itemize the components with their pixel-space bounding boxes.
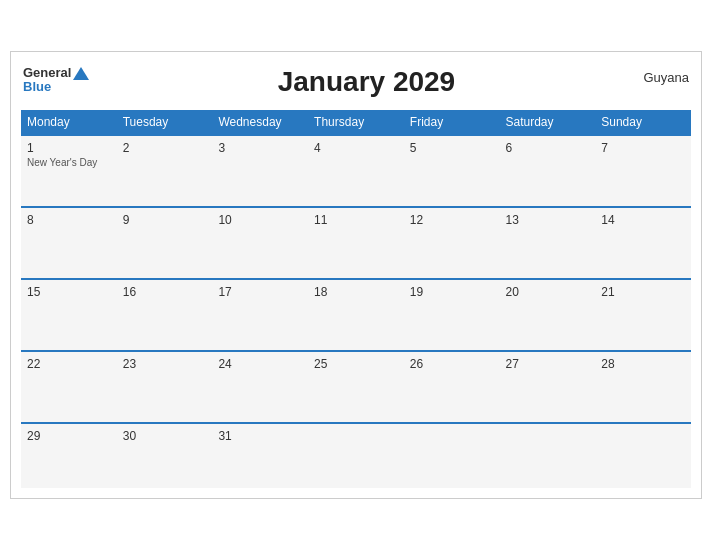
calendar-day-cell: 9 <box>117 207 213 279</box>
calendar-day-cell <box>308 423 404 488</box>
day-number: 28 <box>601 357 685 371</box>
calendar-day-cell: 22 <box>21 351 117 423</box>
calendar-day-cell: 29 <box>21 423 117 488</box>
day-number: 20 <box>506 285 590 299</box>
calendar-week-row: 15161718192021 <box>21 279 691 351</box>
calendar-day-cell: 13 <box>500 207 596 279</box>
weekday-header: Saturday <box>500 110 596 135</box>
calendar-day-cell: 12 <box>404 207 500 279</box>
calendar-day-cell: 19 <box>404 279 500 351</box>
day-number: 8 <box>27 213 111 227</box>
calendar-table: MondayTuesdayWednesdayThursdayFridaySatu… <box>21 110 691 488</box>
calendar-day-cell: 1New Year's Day <box>21 135 117 207</box>
calendar-day-cell: 17 <box>212 279 308 351</box>
calendar-day-cell: 30 <box>117 423 213 488</box>
day-event: New Year's Day <box>27 157 97 168</box>
calendar-day-cell: 27 <box>500 351 596 423</box>
calendar-day-cell: 11 <box>308 207 404 279</box>
calendar-day-cell: 5 <box>404 135 500 207</box>
weekday-header: Sunday <box>595 110 691 135</box>
weekday-header: Wednesday <box>212 110 308 135</box>
calendar-day-cell: 20 <box>500 279 596 351</box>
calendar-day-cell <box>500 423 596 488</box>
calendar-title: January 2029 <box>89 66 643 98</box>
calendar-day-cell: 26 <box>404 351 500 423</box>
day-number: 14 <box>601 213 685 227</box>
calendar-day-cell: 8 <box>21 207 117 279</box>
calendar-day-cell: 28 <box>595 351 691 423</box>
logo: General Blue <box>23 66 89 95</box>
day-number: 22 <box>27 357 111 371</box>
weekday-header-row: MondayTuesdayWednesdayThursdayFridaySatu… <box>21 110 691 135</box>
calendar-day-cell: 6 <box>500 135 596 207</box>
calendar-day-cell: 4 <box>308 135 404 207</box>
calendar-day-cell: 15 <box>21 279 117 351</box>
logo-flag-icon <box>73 67 89 80</box>
calendar-week-row: 293031 <box>21 423 691 488</box>
calendar-day-cell: 3 <box>212 135 308 207</box>
weekday-header: Thursday <box>308 110 404 135</box>
calendar-week-row: 891011121314 <box>21 207 691 279</box>
weekday-header: Tuesday <box>117 110 213 135</box>
day-number: 18 <box>314 285 398 299</box>
day-number: 9 <box>123 213 207 227</box>
day-number: 10 <box>218 213 302 227</box>
day-number: 17 <box>218 285 302 299</box>
day-number: 30 <box>123 429 207 443</box>
day-number: 29 <box>27 429 111 443</box>
weekday-header: Monday <box>21 110 117 135</box>
day-number: 3 <box>218 141 302 155</box>
calendar-day-cell: 18 <box>308 279 404 351</box>
day-number: 2 <box>123 141 207 155</box>
calendar-day-cell <box>404 423 500 488</box>
day-number: 21 <box>601 285 685 299</box>
day-number: 31 <box>218 429 302 443</box>
calendar-day-cell: 23 <box>117 351 213 423</box>
day-number: 23 <box>123 357 207 371</box>
day-number: 19 <box>410 285 494 299</box>
calendar-day-cell <box>595 423 691 488</box>
day-number: 12 <box>410 213 494 227</box>
calendar-day-cell: 7 <box>595 135 691 207</box>
day-number: 4 <box>314 141 398 155</box>
weekday-header: Friday <box>404 110 500 135</box>
calendar-week-row: 22232425262728 <box>21 351 691 423</box>
day-number: 27 <box>506 357 590 371</box>
logo-blue-text: Blue <box>23 80 51 94</box>
day-number: 5 <box>410 141 494 155</box>
day-number: 25 <box>314 357 398 371</box>
day-number: 6 <box>506 141 590 155</box>
day-number: 24 <box>218 357 302 371</box>
calendar-day-cell: 21 <box>595 279 691 351</box>
calendar-day-cell: 10 <box>212 207 308 279</box>
day-number: 11 <box>314 213 398 227</box>
calendar-week-row: 1New Year's Day234567 <box>21 135 691 207</box>
day-number: 15 <box>27 285 111 299</box>
day-number: 16 <box>123 285 207 299</box>
day-number: 7 <box>601 141 685 155</box>
calendar-day-cell: 2 <box>117 135 213 207</box>
logo-general-text: General <box>23 66 71 80</box>
calendar-day-cell: 14 <box>595 207 691 279</box>
calendar-day-cell: 31 <box>212 423 308 488</box>
calendar-header: General Blue January 2029 Guyana <box>21 62 691 102</box>
day-number: 1 <box>27 141 111 155</box>
calendar-day-cell: 25 <box>308 351 404 423</box>
country-name: Guyana <box>643 66 689 85</box>
day-number: 13 <box>506 213 590 227</box>
day-number: 26 <box>410 357 494 371</box>
calendar-day-cell: 24 <box>212 351 308 423</box>
calendar-day-cell: 16 <box>117 279 213 351</box>
calendar: General Blue January 2029 Guyana MondayT… <box>10 51 702 499</box>
